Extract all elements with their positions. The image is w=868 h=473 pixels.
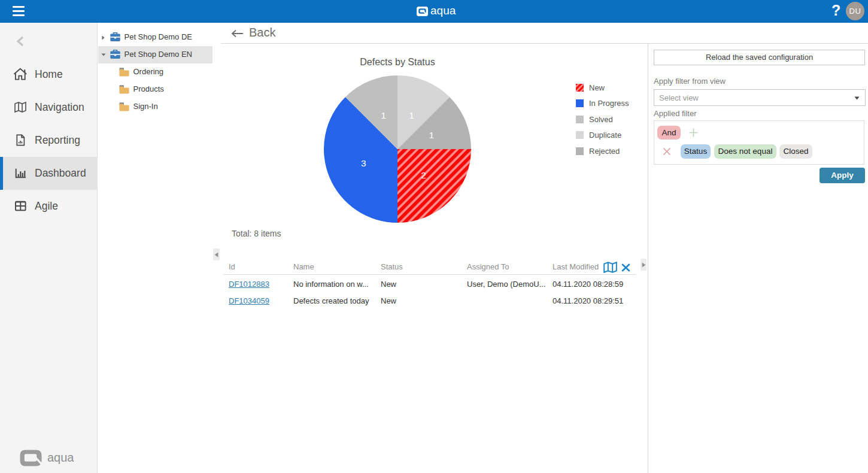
svg-text:1: 1 bbox=[409, 110, 414, 120]
svg-text:2: 2 bbox=[421, 170, 426, 180]
svg-text:1: 1 bbox=[429, 130, 434, 140]
svg-text:1: 1 bbox=[381, 110, 386, 120]
svg-text:3: 3 bbox=[361, 158, 366, 168]
